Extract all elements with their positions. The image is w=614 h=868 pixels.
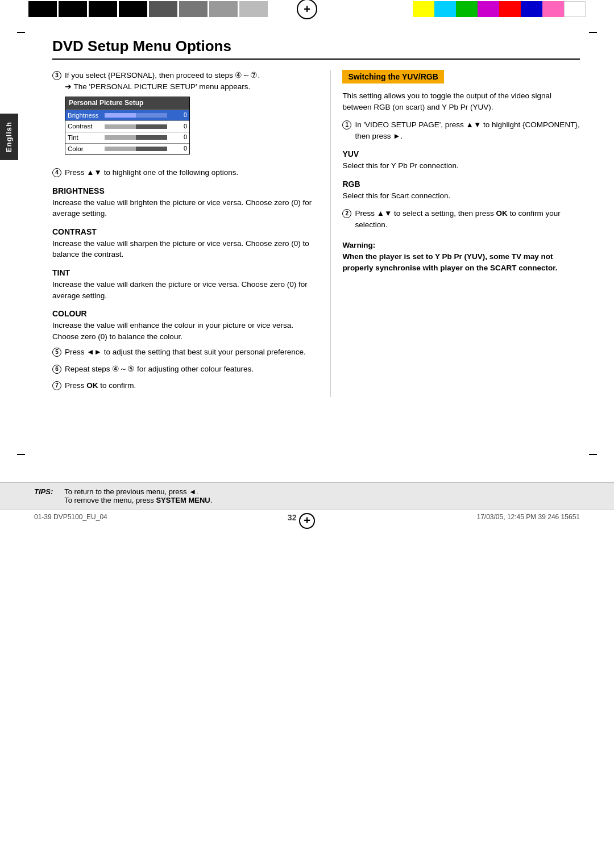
step-6-number: 6 — [52, 365, 61, 374]
pps-bar-area-contrast: 0 — [105, 122, 187, 131]
step-5-number: 5 — [52, 348, 61, 357]
footer-right: 17/03/05, 12:45 PM 39 246 15651 — [477, 513, 580, 522]
tips-content: To return to the previous menu, press ◄.… — [64, 487, 580, 504]
left-border-mark-top — [17, 32, 25, 33]
right-step-2-number: 2 — [342, 209, 351, 218]
rgb-section: RGB Select this for Scart connection. — [342, 180, 580, 202]
pps-num-tint: 0 — [184, 133, 187, 142]
step-6-content: Repeat steps ④～⑤ for adjusting other col… — [65, 364, 313, 375]
color-magenta — [478, 1, 499, 17]
color-blue — [521, 1, 542, 17]
yuv-heading: YUV — [342, 149, 580, 158]
warning-heading: Warning: — [342, 240, 580, 251]
tips-bar: TIPS: To return to the previous menu, pr… — [0, 482, 614, 509]
color-block-5 — [149, 1, 177, 17]
pps-bar-area-color: 0 — [105, 144, 187, 153]
left-color-blocks — [28, 1, 268, 17]
color-block-2 — [59, 1, 87, 17]
pps-num-contrast: 0 — [184, 122, 187, 131]
pps-bar-tint — [105, 135, 167, 140]
brightness-text: Increase the value will brighten the pic… — [52, 197, 313, 219]
tips-label: TIPS: — [34, 487, 53, 504]
step-7: 7 Press OK to confirm. — [52, 380, 313, 391]
right-color-blocks — [413, 1, 586, 17]
page-title: DVD Setup Menu Options — [52, 37, 580, 60]
pps-row-color: Color 0 — [65, 143, 189, 155]
brightness-section: BRIGHTNESS Increase the value will brigh… — [52, 186, 313, 219]
color-cyan — [434, 1, 456, 17]
pps-table-title: Personal Picture Setup — [65, 97, 189, 109]
pps-bar-area-tint: 0 — [105, 133, 187, 142]
color-pink — [542, 1, 564, 17]
right-step-2-content: Press ▲▼ to select a setting, then press… — [355, 208, 580, 230]
color-green — [456, 1, 478, 17]
step-5: 5 Press ◄► to adjust the setting that be… — [52, 347, 313, 358]
tips-line-2: To remove the menu, press SYSTEM MENU. — [64, 496, 580, 504]
step-4-content: Press ▲▼ to highlight one of the followi… — [65, 167, 313, 178]
step-7-number: 7 — [52, 381, 61, 390]
step-5-content: Press ◄► to adjust the setting that best… — [65, 347, 313, 358]
step-7-content: Press OK to confirm. — [65, 380, 313, 391]
step-3-content: If you select {PERSONAL}, then proceed t… — [65, 70, 313, 161]
color-block-7 — [209, 1, 238, 17]
right-step-2: 2 Press ▲▼ to select a setting, then pre… — [342, 208, 580, 230]
right-intro-text: This setting allows you to toggle the ou… — [342, 90, 580, 112]
color-block-4 — [119, 1, 147, 17]
warning-section: Warning: When the player is set to Y Pb … — [342, 240, 580, 274]
rgb-text: Select this for Scart connection. — [342, 190, 580, 202]
pps-num-brightness: 0 — [184, 111, 187, 120]
step-3: 3 If you select {PERSONAL}, then proceed… — [52, 70, 313, 161]
colour-section: COLOUR Increase the value will enhance t… — [52, 309, 313, 342]
step-5-text: Press ◄► to adjust the setting that best… — [65, 348, 306, 356]
step-3-arrow: ➔ The 'PERSONAL PICTURE SETUP' menu appe… — [65, 82, 250, 91]
right-column: Switching the YUV/RGB This setting allow… — [330, 70, 580, 397]
step-7-ok: OK — [86, 381, 98, 390]
color-block-6 — [179, 1, 208, 17]
right-border-mark-bottom — [589, 454, 597, 455]
step-6-text: Repeat steps ④～⑤ for adjusting other col… — [65, 365, 254, 373]
step-4-text: Press ▲▼ to highlight one of the followi… — [65, 168, 238, 177]
color-red — [499, 1, 521, 17]
color-block-1 — [28, 1, 57, 17]
warning-text: When the player is set to Y Pb Pr (YUV),… — [342, 251, 580, 274]
pps-row-contrast: Contrast 0 — [65, 120, 189, 132]
colour-heading: COLOUR — [52, 309, 313, 318]
brightness-heading: BRIGHTNESS — [52, 186, 313, 195]
rgb-heading: RGB — [342, 180, 580, 189]
color-block-8 — [239, 1, 268, 17]
tint-text: Increase the value will darken the pictu… — [52, 279, 313, 301]
center-crosshair — [297, 0, 317, 19]
pps-table: Personal Picture Setup Brightness 0 Cont… — [65, 97, 190, 155]
step-3-text: If you select {PERSONAL}, then proceed t… — [65, 71, 260, 80]
pps-bar-color — [105, 147, 167, 151]
step-4: 4 Press ▲▼ to highlight one of the follo… — [52, 167, 313, 178]
right-step-2-text: Press ▲▼ to select a setting, then press… — [355, 209, 560, 229]
yuv-text: Select this for Y Pb Pr connection. — [342, 160, 580, 172]
left-column: 3 If you select {PERSONAL}, then proceed… — [52, 70, 313, 397]
tint-section: TINT Increase the value will darken the … — [52, 268, 313, 301]
step-4-number: 4 — [52, 168, 61, 177]
pps-label-contrast: Contrast — [68, 122, 105, 131]
color-block-3 — [89, 1, 117, 17]
right-step-1: 1 In 'VIDEO SETUP PAGE', press ▲▼ to hig… — [342, 119, 580, 141]
pps-label-brightness: Brightness — [68, 111, 105, 120]
right-border-mark-top — [589, 32, 597, 33]
contrast-heading: CONTRAST — [52, 227, 313, 236]
right-column-heading: Switching the YUV/RGB — [342, 70, 443, 84]
right-step-1-content: In 'VIDEO SETUP PAGE', press ▲▼ to highl… — [355, 119, 580, 141]
color-yellow — [413, 1, 434, 17]
pps-label-color: Color — [68, 144, 105, 154]
tint-heading: TINT — [52, 268, 313, 277]
yuv-section: YUV Select this for Y Pb Pr connection. — [342, 149, 580, 172]
footer-page-number: 32 — [288, 513, 297, 522]
step-3-number: 3 — [52, 71, 61, 80]
footer-left: 01-39 DVP5100_EU_04 — [34, 513, 107, 522]
footer: 01-39 DVP5100_EU_04 32 17/03/05, 12:45 P… — [0, 509, 614, 525]
pps-bar-area-brightness: 0 — [105, 111, 187, 120]
pps-row-brightness: Brightness 0 — [65, 110, 189, 121]
right-step-1-number: 1 — [342, 120, 351, 130]
pps-row-tint: Tint 0 — [65, 132, 189, 143]
pps-bar-contrast — [105, 124, 167, 129]
step-7-text-suffix: to confirm. — [98, 381, 136, 390]
sidebar-english-label: English — [0, 114, 18, 160]
